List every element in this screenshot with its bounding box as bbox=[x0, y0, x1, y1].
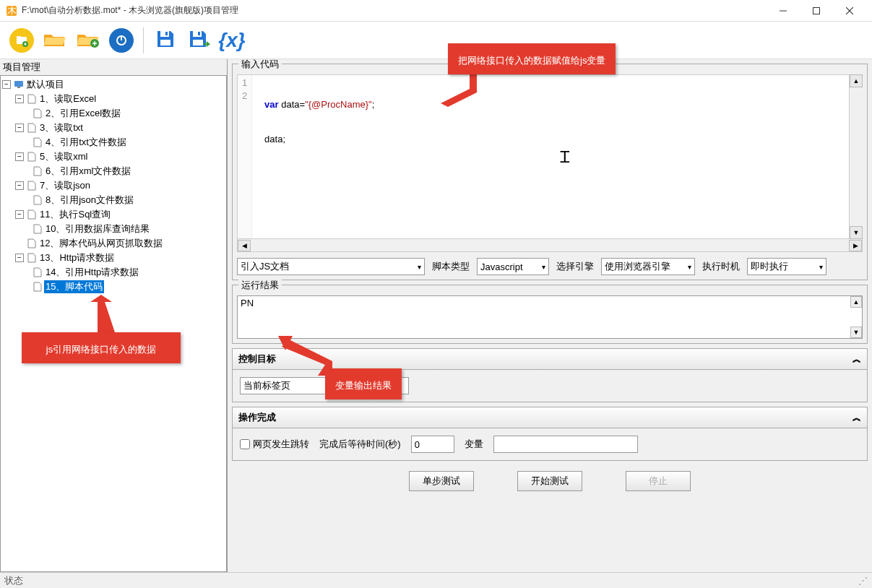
collapse-icon[interactable]: − bbox=[15, 210, 24, 219]
document-icon bbox=[27, 238, 37, 248]
tree-node-label: 11、执行Sql查询 bbox=[38, 208, 112, 221]
page-redirect-checkbox[interactable] bbox=[240, 439, 250, 449]
tree-root[interactable]: − 默认项目 bbox=[2, 77, 225, 92]
power-button[interactable] bbox=[107, 26, 136, 55]
document-icon bbox=[33, 282, 43, 292]
status-text: 状态 bbox=[4, 574, 23, 587]
variable-icon: {x} bbox=[218, 29, 245, 52]
collapse-icon[interactable]: − bbox=[15, 124, 24, 132]
result-legend: 运行结果 bbox=[238, 279, 282, 292]
save-as-icon bbox=[187, 28, 210, 52]
tree-node[interactable]: − 1、读取Excel bbox=[2, 92, 225, 106]
document-icon bbox=[33, 267, 43, 277]
operation-done-header[interactable]: 操作完成 ︽ bbox=[232, 407, 868, 428]
title-bar: 木 F:\mot\自动分析数据.mot* - 木头浏览器(旗舰版)项目管理 bbox=[0, 0, 872, 22]
tree-node[interactable]: 10、引用数据库查询结果 bbox=[2, 222, 225, 236]
document-icon bbox=[27, 152, 37, 162]
wait-time-label: 完成后等待时间(秒) bbox=[319, 438, 401, 451]
close-button[interactable] bbox=[833, 0, 866, 22]
tree-node[interactable]: − 3、读取txt bbox=[2, 121, 225, 135]
scroll-up-icon[interactable]: ▲ bbox=[850, 296, 862, 308]
tree-node[interactable]: − 7、读取json bbox=[2, 178, 225, 193]
step-test-button[interactable]: 单步测试 bbox=[409, 471, 474, 491]
new-project-button[interactable] bbox=[7, 26, 36, 55]
result-vertical-scrollbar[interactable]: ▲ ▼ bbox=[850, 296, 862, 338]
tree-node[interactable]: 12、脚本代码从网页抓取数据 bbox=[2, 236, 225, 251]
import-js-combo[interactable]: 引入JS文档 ▾ bbox=[237, 258, 425, 275]
import-js-value: 引入JS文档 bbox=[241, 260, 289, 273]
svg-rect-19 bbox=[17, 87, 20, 88]
collapse-icon[interactable]: − bbox=[15, 254, 24, 262]
document-icon bbox=[27, 181, 37, 191]
engine-combo[interactable]: 使用浏览器引擎 ▾ bbox=[601, 258, 695, 275]
timing-combo[interactable]: 即时执行 ▾ bbox=[747, 258, 826, 275]
tree-node[interactable]: 8、引用json文件数据 bbox=[2, 193, 225, 207]
add-folder-button[interactable] bbox=[74, 26, 103, 55]
svg-rect-18 bbox=[14, 81, 23, 87]
timing-label: 执行时机 bbox=[702, 260, 740, 273]
tree-node-selected[interactable]: 15、脚本代码 bbox=[2, 280, 225, 294]
timing-value: 即时执行 bbox=[751, 260, 788, 273]
document-icon bbox=[27, 209, 37, 220]
chevron-up-icon: ︽ bbox=[852, 412, 861, 424]
toolbar-separator bbox=[143, 27, 144, 53]
collapse-icon[interactable]: − bbox=[2, 80, 11, 89]
code-vertical-scrollbar[interactable]: ▲ ▼ bbox=[850, 74, 863, 239]
svg-rect-14 bbox=[165, 32, 168, 35]
variable-label: 变量 bbox=[465, 438, 483, 451]
tree-root-label: 默认项目 bbox=[25, 78, 66, 91]
variable-button[interactable]: {x} bbox=[217, 26, 246, 55]
minimize-button[interactable] bbox=[767, 0, 800, 22]
svg-rect-7 bbox=[17, 36, 21, 38]
tree-node[interactable]: 14、引用Http请求数据 bbox=[2, 265, 225, 280]
tree-node[interactable]: − 11、执行Sql查询 bbox=[2, 207, 225, 222]
tree-node[interactable]: − 13、Http请求数据 bbox=[2, 251, 225, 265]
document-icon bbox=[33, 195, 43, 205]
annotation-arrow-icon bbox=[83, 295, 126, 334]
script-type-combo[interactable]: Javascript ▾ bbox=[477, 258, 549, 275]
code-content[interactable]: var data="{@ProcName}"; data; bbox=[252, 75, 849, 238]
open-folder-button[interactable] bbox=[40, 26, 69, 55]
tree-node-label: 6、引用xml文件数据 bbox=[44, 165, 132, 178]
result-value: PN bbox=[241, 298, 254, 308]
chevron-down-icon: ▾ bbox=[538, 263, 545, 271]
document-icon bbox=[33, 224, 43, 234]
tree-node[interactable]: 2、引用Excel数据 bbox=[2, 106, 225, 121]
tree-node-label: 8、引用json文件数据 bbox=[44, 194, 135, 207]
annotation-top: 把网络接口传入的数据赋值给js变量 bbox=[448, 43, 616, 74]
maximize-button[interactable] bbox=[800, 0, 833, 22]
code-horizontal-scrollbar[interactable]: ◀ ▶ bbox=[237, 239, 863, 252]
scroll-right-icon[interactable]: ▶ bbox=[849, 240, 862, 251]
collapse-icon[interactable]: − bbox=[15, 181, 24, 190]
scroll-left-icon[interactable]: ◀ bbox=[238, 240, 251, 251]
project-tree-header: 项目管理 bbox=[0, 59, 227, 75]
svg-rect-3 bbox=[813, 7, 820, 14]
svg-rect-16 bbox=[193, 40, 203, 46]
control-target-title: 控制目标 bbox=[238, 353, 276, 366]
scroll-up-icon[interactable]: ▲ bbox=[850, 74, 863, 87]
save-as-button[interactable] bbox=[184, 26, 213, 55]
document-icon bbox=[33, 108, 43, 118]
collapse-icon[interactable]: − bbox=[15, 95, 24, 103]
start-test-button[interactable]: 开始测试 bbox=[517, 471, 582, 491]
tree-node-label: 15、脚本代码 bbox=[44, 280, 104, 293]
collapse-icon[interactable]: − bbox=[15, 152, 24, 161]
stop-button[interactable]: 停止 bbox=[626, 471, 691, 491]
code-input-legend: 输入代码 bbox=[238, 59, 282, 71]
scroll-down-icon[interactable]: ▼ bbox=[850, 226, 863, 239]
tree-node[interactable]: 6、引用xml文件数据 bbox=[2, 164, 225, 178]
save-button[interactable] bbox=[151, 26, 180, 55]
document-icon bbox=[27, 253, 37, 263]
tree-node-label: 5、读取xml bbox=[38, 150, 89, 163]
scroll-down-icon[interactable]: ▼ bbox=[850, 327, 862, 338]
wait-time-input[interactable] bbox=[411, 436, 454, 453]
variable-input[interactable] bbox=[493, 436, 638, 453]
resize-grip-icon[interactable]: ⋰ bbox=[858, 575, 868, 586]
svg-marker-20 bbox=[441, 71, 477, 107]
right-panel: 输入代码 1 2 var data="{@ProcName}"; data; ▲ bbox=[228, 59, 872, 572]
code-editor[interactable]: 1 2 var data="{@ProcName}"; data; bbox=[237, 74, 850, 239]
chevron-up-icon: ︽ bbox=[852, 353, 861, 366]
annotation-left: js引用网络接口传入的数据 bbox=[22, 332, 181, 363]
tree-node[interactable]: 4、引用txt文件数据 bbox=[2, 135, 225, 150]
tree-node[interactable]: − 5、读取xml bbox=[2, 150, 225, 164]
